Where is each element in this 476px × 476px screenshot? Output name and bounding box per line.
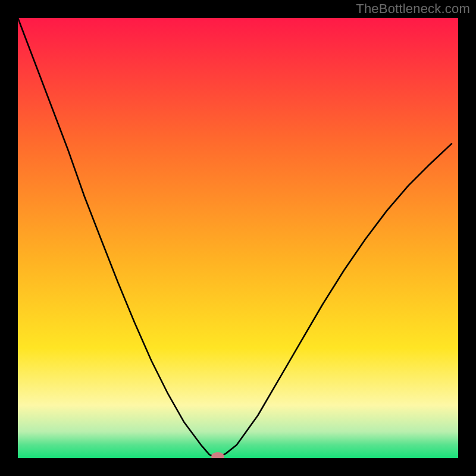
chart-frame: TheBottleneck.com — [0, 0, 476, 476]
plot-area — [18, 18, 458, 458]
watermark-text: TheBottleneck.com — [356, 1, 470, 17]
chart-svg — [18, 18, 458, 458]
gradient-background — [18, 18, 458, 458]
